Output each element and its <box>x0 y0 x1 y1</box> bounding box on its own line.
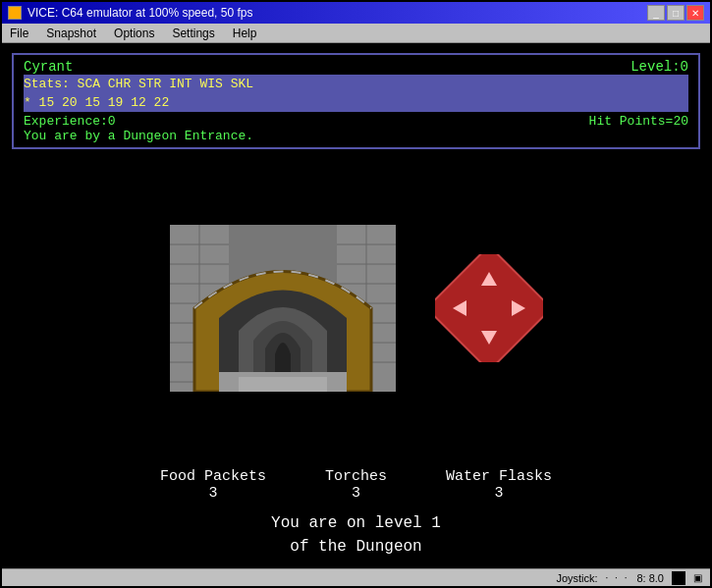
close-button[interactable]: ✕ <box>686 5 704 21</box>
dungeon-scene <box>170 225 396 392</box>
name-row: Cyrant Level:0 <box>24 59 688 75</box>
stats-panel: Cyrant Level:0 Stats: SCA CHR STR INT WI… <box>12 53 700 149</box>
svg-rect-22 <box>435 254 543 362</box>
character-name: Cyrant <box>24 59 73 75</box>
experience-label: Experience:0 <box>24 114 116 129</box>
water-label: Water Flasks <box>446 468 552 485</box>
stats-values-row: * 15 20 15 19 12 22 <box>24 93 688 112</box>
hit-points-label: Hit Points=20 <box>589 114 688 129</box>
torches-count: 3 <box>325 485 387 502</box>
minimize-button[interactable]: _ <box>647 5 665 21</box>
water-count: 3 <box>446 485 552 502</box>
scene-area <box>12 167 700 449</box>
food-count: 3 <box>160 485 266 502</box>
status-bar: Joystick: · · · 8: 8.0 ▣ <box>2 568 710 586</box>
menu-help[interactable]: Help <box>229 26 261 41</box>
level-message: You are on level 1 of the Dungeon <box>12 511 700 559</box>
app-icon <box>8 6 22 20</box>
location-text: You are by a Dungeon Entrance. <box>24 129 688 143</box>
title-buttons: _ □ ✕ <box>647 5 704 21</box>
menu-options[interactable]: Options <box>110 26 158 41</box>
item-water: Water Flasks 3 <box>446 468 552 502</box>
directional-pad <box>435 254 543 362</box>
svg-rect-21 <box>239 377 327 392</box>
exp-hp-row: Experience:0 Hit Points=20 <box>24 114 688 129</box>
torches-label: Torches <box>325 468 387 485</box>
vice-window: VICE: C64 emulator at 100% speed, 50 fps… <box>0 0 712 588</box>
game-area: Cyrant Level:0 Stats: SCA CHR STR INT WI… <box>2 43 710 568</box>
stats-header-row: Stats: SCA CHR STR INT WIS SKL <box>24 75 688 93</box>
stats-header-text: Stats: SCA CHR STR INT WIS SKL <box>24 77 253 91</box>
joystick-label: Joystick: <box>556 572 597 584</box>
status-indicator <box>672 571 685 585</box>
joystick-dots: · · · <box>606 572 630 583</box>
menu-bar: File Snapshot Options Settings Help <box>2 24 710 43</box>
items-row: Food Packets 3 Torches 3 Water Flasks 3 <box>12 468 700 502</box>
menu-snapshot[interactable]: Snapshot <box>42 26 100 41</box>
location-label: You are by a Dungeon Entrance. <box>24 129 253 143</box>
item-food: Food Packets 3 <box>160 468 266 502</box>
level-message-line2: of the Dungeon <box>12 535 700 559</box>
maximize-button[interactable]: □ <box>667 5 685 21</box>
stats-values-text: * 15 20 15 19 12 22 <box>24 95 169 110</box>
level-message-line1: You are on level 1 <box>12 511 700 535</box>
item-torches: Torches 3 <box>325 468 387 502</box>
dpad-svg <box>435 254 543 362</box>
status-extra: ▣ <box>693 572 702 583</box>
title-bar: VICE: C64 emulator at 100% speed, 50 fps… <box>2 2 710 24</box>
menu-settings[interactable]: Settings <box>168 26 218 41</box>
food-label: Food Packets <box>160 468 266 485</box>
menu-file[interactable]: File <box>6 26 32 41</box>
window-title: VICE: C64 emulator at 100% speed, 50 fps <box>27 6 252 20</box>
position-text: 8: 8.0 <box>636 572 664 584</box>
character-level: Level:0 <box>630 59 688 75</box>
title-bar-left: VICE: C64 emulator at 100% speed, 50 fps <box>8 6 252 20</box>
